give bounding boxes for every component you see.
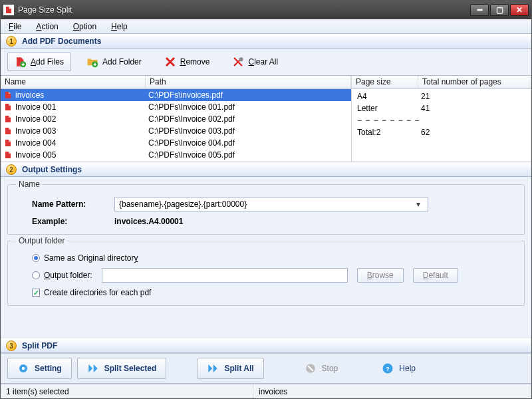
page-size-row: Letter41 — [352, 102, 531, 114]
total-count: 62 — [421, 128, 430, 137]
split-all-button[interactable]: Split All — [197, 358, 263, 379]
close-button[interactable]: ✕ — [510, 4, 529, 16]
minimize-button[interactable]: ━ — [470, 4, 489, 16]
file-row[interactable]: Invoice 005C:\PDFs\Invoice 005.pdf — [1, 149, 351, 161]
summary-divider: − − − − − − − − — [352, 114, 531, 126]
split-selected-button[interactable]: Split Selected — [77, 358, 167, 379]
stop-label: Stop — [322, 364, 338, 373]
same-dir-label: Same as Original directory — [44, 253, 138, 263]
remove-button[interactable]: Remove — [157, 53, 217, 71]
status-selection: 1 item(s) selected — [1, 384, 253, 398]
pattern-label: Name Pattern: — [32, 200, 105, 209]
section-split-title: Split PDF — [22, 341, 57, 350]
file-path: C:\PDFs\Invoice 001.pdf — [148, 102, 348, 112]
example-value: invoices.A4.00001 — [114, 217, 183, 226]
section-add-documents-title: Add PDF Documents — [22, 37, 101, 46]
file-name: Invoice 004 — [15, 138, 56, 148]
section-output-header: 2 Output Settings — [1, 162, 531, 177]
file-row[interactable]: Invoice 002C:\PDFs\Invoice 002.pdf — [1, 113, 351, 125]
file-name: Invoice 003 — [15, 126, 56, 136]
file-name: Invoice 002 — [15, 114, 56, 124]
clear-all-label: Clear All — [248, 57, 278, 66]
col-name[interactable]: Name — [1, 76, 146, 88]
output-settings: Name Name Pattern: {basename}.{pagesize}… — [1, 177, 531, 338]
help-icon: ? — [382, 362, 394, 374]
split-selected-label: Split Selected — [104, 364, 157, 373]
app-icon — [3, 5, 14, 15]
help-label: Help — [399, 364, 416, 373]
output-folder-input[interactable] — [102, 268, 348, 283]
split-all-label: Split All — [224, 364, 253, 373]
help-button[interactable]: ? Help — [372, 358, 426, 379]
clear-all-button[interactable]: Clear All — [225, 53, 285, 71]
menu-option[interactable]: Option — [69, 21, 100, 33]
add-files-label: Add Files — [31, 57, 64, 66]
default-button[interactable]: Default — [413, 268, 458, 283]
file-row[interactable]: invoicesC:\PDFs\invoices.pdf — [1, 89, 351, 101]
file-list[interactable]: Name Path invoicesC:\PDFs\invoices.pdfIn… — [1, 76, 352, 162]
same-dir-radio[interactable]: Same as Original directory — [32, 253, 138, 263]
page-size-total-row: Total:262 — [352, 126, 531, 138]
name-pattern-value: {basename}.{pagesize}.{part:00000} — [119, 200, 247, 209]
name-pattern-combo[interactable]: {basename}.{pagesize}.{part:00000} ▾ — [114, 197, 428, 211]
play-forward-icon — [207, 362, 219, 374]
file-path: C:\PDFs\Invoice 002.pdf — [148, 114, 348, 124]
col-page-size[interactable]: Page size — [352, 76, 418, 88]
menu-bar: File Action Option Help — [1, 19, 531, 34]
status-bar: 1 item(s) selected invoices — [1, 384, 531, 398]
remove-label: Remove — [180, 57, 210, 66]
file-row[interactable]: Invoice 004C:\PDFs\Invoice 004.pdf — [1, 137, 351, 149]
remove-icon — [164, 56, 176, 68]
output-folder-legend: Output folder — [16, 236, 67, 245]
file-name: invoices — [15, 90, 44, 100]
pdf-icon — [3, 90, 13, 100]
title-bar: Page Size Split ━ ▢ ✕ — [1, 1, 531, 19]
clear-all-icon — [232, 56, 244, 68]
menu-help[interactable]: Help — [107, 21, 132, 33]
radio-icon — [32, 271, 40, 279]
step-badge-1: 1 — [6, 36, 17, 47]
gear-icon — [17, 362, 29, 374]
add-toolbar: Add Files Add Folder Remove Clear All — [1, 49, 531, 76]
files-area: Name Path invoicesC:\PDFs\invoices.pdfIn… — [1, 76, 531, 162]
pdf-icon — [3, 138, 13, 148]
page-size-value: A4 — [354, 92, 421, 101]
add-files-button[interactable]: Add Files — [7, 53, 71, 71]
stop-button[interactable]: Stop — [295, 358, 348, 379]
status-current-file: invoices — [253, 384, 531, 398]
name-legend: Name — [16, 180, 43, 189]
create-dirs-checkbox[interactable]: ✓ Create directories for each pdf — [32, 288, 151, 297]
setting-label: Setting — [35, 364, 62, 373]
action-bar: Setting Split Selected Split All Stop ? … — [1, 353, 531, 384]
file-name: Invoice 005 — [15, 150, 56, 160]
page-size-value: Letter — [354, 104, 421, 113]
file-row[interactable]: Invoice 003C:\PDFs\Invoice 003.pdf — [1, 125, 351, 137]
file-row[interactable]: Invoice 001C:\PDFs\Invoice 001.pdf — [1, 101, 351, 113]
col-path[interactable]: Path — [146, 76, 351, 88]
setting-button[interactable]: Setting — [7, 358, 72, 379]
add-folder-button[interactable]: Add Folder — [79, 53, 149, 71]
pdf-icon — [3, 126, 13, 136]
play-forward-icon — [87, 362, 99, 374]
maximize-button[interactable]: ▢ — [490, 4, 509, 16]
checkbox-icon: ✓ — [32, 289, 40, 297]
step-badge-3: 3 — [6, 340, 17, 351]
menu-action[interactable]: Action — [32, 21, 62, 33]
page-size-summary: Page size Total number of pages A421Lett… — [352, 76, 531, 162]
window-title: Page Size Split — [18, 5, 470, 15]
page-size-row: A421 — [352, 90, 531, 102]
col-total-pages[interactable]: Total number of pages — [418, 76, 531, 88]
output-folder-radio[interactable]: Output folder: — [32, 271, 92, 280]
svg-point-4 — [22, 367, 25, 370]
add-files-icon — [15, 56, 27, 68]
menu-file[interactable]: File — [5, 21, 25, 33]
name-fieldset: Name Name Pattern: {basename}.{pagesize}… — [7, 180, 525, 235]
output-folder-fieldset: Output folder Same as Original directory… — [7, 236, 525, 306]
section-split-header: 3 Split PDF — [1, 338, 531, 353]
browse-button[interactable]: Browse — [357, 268, 404, 283]
create-dirs-label: Create directories for each pdf — [44, 288, 151, 297]
pdf-icon — [3, 114, 13, 124]
add-folder-icon — [86, 56, 98, 68]
file-path: C:\PDFs\Invoice 003.pdf — [148, 126, 348, 136]
total-label: Total:2 — [354, 128, 421, 137]
